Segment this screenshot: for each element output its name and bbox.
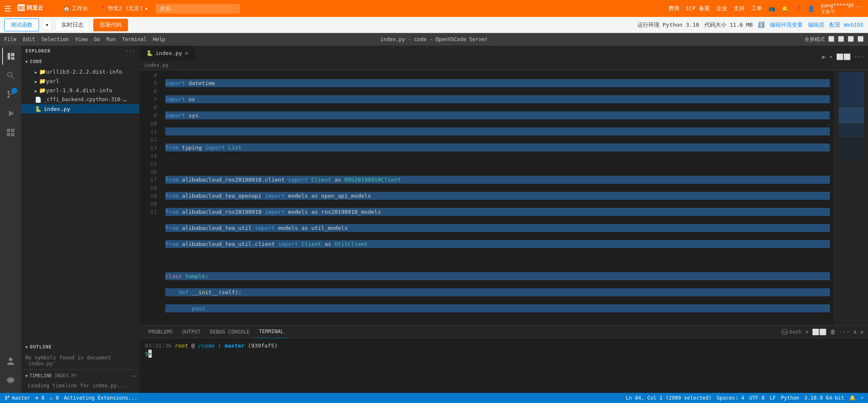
- test-func-dropdown[interactable]: ▾: [42, 19, 52, 30]
- editor-tabs: 🐍 index.py ✕ ▶ ▾ ⬜⬜ ···: [140, 46, 868, 61]
- terminal-split[interactable]: ⬜⬜: [812, 328, 826, 335]
- config-webide-link[interactable]: 配置 WebIDE: [829, 21, 864, 29]
- nav-region[interactable]: 📍 华北2 (北京) ▾: [96, 5, 151, 12]
- editor-more[interactable]: ···: [854, 53, 865, 60]
- code-line-11: from alibabacloud_tea_openapi import mod…: [165, 192, 830, 200]
- svg-point-21: [6, 396, 7, 397]
- status-warnings[interactable]: ⚠ 0: [50, 395, 59, 401]
- code-line-13: from alibabacloud_tea_util import models…: [165, 224, 830, 232]
- layout-button-3[interactable]: ⬜: [848, 36, 854, 43]
- git-branch[interactable]: master: [4, 395, 30, 401]
- terminal-maximize[interactable]: ∧: [853, 328, 857, 335]
- svg-text:阿里云: 阿里云: [27, 5, 43, 11]
- activity-settings[interactable]: [2, 372, 19, 389]
- status-encoding[interactable]: UTF-8: [749, 395, 765, 401]
- status-spaces[interactable]: Spaces: 4: [717, 395, 744, 401]
- tree-item-cffi[interactable]: 📄 _cffi_backend.cpython-310-x86_64-linux…: [21, 95, 139, 104]
- status-errors[interactable]: ⊗ 0: [35, 395, 45, 401]
- split-editor[interactable]: ⬜⬜: [836, 53, 851, 60]
- nav-support[interactable]: 支持: [734, 5, 745, 12]
- timeline-loading: Loading timeline for index.py...: [23, 380, 138, 391]
- explorer-actions: ···: [126, 48, 135, 54]
- code-editor[interactable]: 4 5 6 7 8 9 10 11 12 13 14 15 16 17: [140, 70, 834, 325]
- timeline-header[interactable]: TIMELINE index.py —: [23, 371, 138, 380]
- panel-tab-problems[interactable]: PROBLEMS: [144, 326, 177, 338]
- menu-run[interactable]: Run: [106, 36, 116, 42]
- menu-go[interactable]: Go: [94, 36, 100, 42]
- activity-run[interactable]: [2, 105, 19, 122]
- code-line-16: class Sample:: [165, 272, 830, 280]
- code-line-9: [165, 160, 830, 168]
- term-cursor: >: [148, 350, 152, 358]
- terminal-add[interactable]: +: [805, 328, 808, 335]
- outline-header[interactable]: OUTLINE: [21, 342, 139, 352]
- status-icon-1[interactable]: 🔔: [849, 395, 856, 401]
- code-folder-label: CODE: [30, 59, 42, 64]
- menu-view[interactable]: View: [75, 36, 88, 42]
- explorer-more[interactable]: ···: [126, 48, 135, 54]
- nav-workbench[interactable]: 🏠 工作台: [60, 5, 92, 12]
- test-func-button[interactable]: 测试函数: [4, 19, 39, 31]
- tree-item-yarl[interactable]: 📁 yarl: [21, 76, 139, 86]
- menu-terminal[interactable]: Terminal: [122, 36, 147, 42]
- code-line-10: from alibabacloud_ros20190910.client imp…: [165, 176, 830, 184]
- panel-tab-terminal[interactable]: TERMINAL: [255, 326, 288, 338]
- layout-button-4[interactable]: ⬜: [857, 36, 864, 43]
- fullscreen-button[interactable]: 全屏模式: [804, 36, 825, 43]
- code-line-18: pass: [165, 304, 830, 312]
- timeline-collapse[interactable]: —: [132, 373, 135, 378]
- svg-point-10: [8, 96, 10, 98]
- activity-extensions[interactable]: [2, 124, 19, 141]
- activity-source-control[interactable]: [2, 86, 19, 103]
- deploy-button[interactable]: 部署代码: [93, 19, 128, 31]
- tree-item-urllib3[interactable]: 📁 urllib3-2.2.2.dist-info: [21, 67, 139, 76]
- status-bar-right: Ln 84, Col 1 (2909 selected) Spaces: 4 U…: [626, 395, 864, 401]
- hamburger-menu[interactable]: ☰: [4, 4, 11, 13]
- sidebar: EXPLORER ··· CODE 📁 urllib3-2.2.2.dist-i…: [21, 46, 140, 393]
- tree-item-indexpy[interactable]: 🐍 index.py: [21, 104, 139, 113]
- edit-layers-link[interactable]: 编辑层: [808, 21, 824, 29]
- code-line-5: import os: [165, 95, 830, 103]
- svg-point-8: [8, 91, 10, 93]
- tree-item-yarl-dist[interactable]: 📁 yarl-1.9.4.dist-info: [21, 86, 139, 95]
- activity-explorer[interactable]: [2, 48, 19, 65]
- menu-selection[interactable]: Selection: [42, 36, 69, 42]
- tree-item-indexpy-label: index.py: [44, 106, 70, 112]
- run-button[interactable]: ▶: [822, 53, 826, 60]
- terminal-line-2: $ >: [145, 350, 863, 358]
- realtime-log-button[interactable]: 实时日志: [55, 19, 90, 31]
- nav-fees[interactable]: 费用: [668, 5, 679, 12]
- code-content[interactable]: import datetime import os import sys fro…: [161, 70, 834, 325]
- code-folder-header[interactable]: CODE: [21, 56, 139, 67]
- code-line-7: [165, 127, 830, 135]
- search-input[interactable]: [156, 4, 240, 14]
- status-position[interactable]: Ln 84, Col 1 (2909 selected): [626, 395, 712, 401]
- nav-workorder[interactable]: 工单: [751, 5, 762, 12]
- panel-tab-output[interactable]: OUTPUT: [178, 326, 205, 338]
- edit-env-link[interactable]: 编辑环境变量: [770, 21, 803, 29]
- terminal-more[interactable]: ···: [839, 328, 850, 335]
- terminal-close[interactable]: ✕: [860, 328, 864, 335]
- run-dropdown[interactable]: ▾: [829, 53, 832, 60]
- explorer-header[interactable]: EXPLORER ···: [21, 46, 139, 56]
- logo: 阿里 阿里云: [17, 3, 47, 14]
- menu-help[interactable]: Help: [153, 36, 165, 42]
- status-line-ending[interactable]: LF: [770, 395, 776, 401]
- layout-button-1[interactable]: ⬜: [828, 36, 835, 43]
- tab-indexpy[interactable]: 🐍 index.py ✕: [140, 46, 195, 60]
- nav-icp[interactable]: ICP 备案: [686, 5, 710, 12]
- terminal-content[interactable]: 03:31:36 root @ /code : master (939faf5)…: [140, 338, 868, 393]
- nav-enterprise[interactable]: 企业: [716, 5, 727, 12]
- panel-tab-debug[interactable]: DEBUG CONSOLE: [206, 326, 254, 338]
- activity-search[interactable]: [2, 67, 19, 84]
- status-version[interactable]: 3.10.9 64-bit: [804, 395, 844, 401]
- terminal-trash[interactable]: 🗑: [830, 328, 836, 335]
- layout-button-2[interactable]: ⬜: [838, 36, 844, 43]
- menu-edit[interactable]: Edit: [23, 36, 35, 42]
- status-icon-2[interactable]: ⚡: [861, 395, 864, 401]
- explorer-label: EXPLORER: [25, 48, 50, 54]
- activity-account[interactable]: [2, 353, 19, 370]
- status-language[interactable]: Python: [781, 395, 799, 401]
- tab-close-indexpy[interactable]: ✕: [185, 50, 188, 56]
- menu-file[interactable]: File: [4, 36, 17, 42]
